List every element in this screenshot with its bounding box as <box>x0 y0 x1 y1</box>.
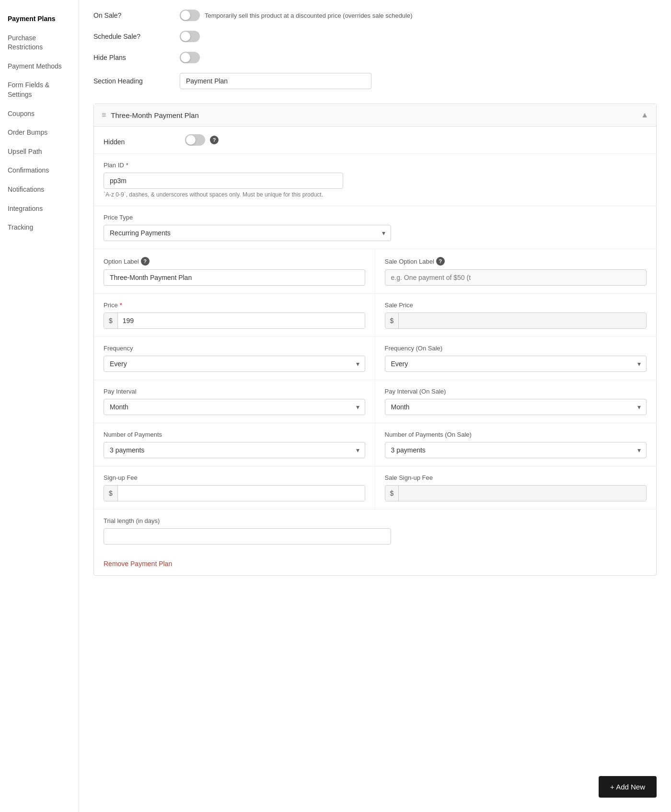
sidebar-item-purchase-restrictions[interactable]: Purchase Restrictions <box>0 29 79 57</box>
sale-option-label-cell: Sale Option Label ? <box>375 249 657 293</box>
main-content: On Sale? Temporarily sell this product a… <box>79 0 671 812</box>
sale-signup-fee-label: Sale Sign-up Fee <box>385 474 647 481</box>
sidebar-item-upsell-path[interactable]: Upsell Path <box>0 142 79 162</box>
option-label-help-icon[interactable]: ? <box>141 257 150 266</box>
sale-signup-fee-input[interactable] <box>399 486 646 501</box>
sale-price-dollar-prefix: $ <box>385 313 399 328</box>
plan-panel-collapse-icon[interactable]: ▲ <box>641 111 648 119</box>
frequency-select[interactable]: Every Every other Every 2 Every 3 <box>104 356 365 372</box>
add-new-button[interactable]: + Add New <box>599 776 657 798</box>
hidden-help-icon[interactable]: ? <box>210 136 219 144</box>
price-type-select[interactable]: Recurring Payments One-Time Payment Free <box>104 225 391 241</box>
price-cell: Price * $ <box>94 294 375 336</box>
section-heading-row: Section Heading <box>93 73 657 89</box>
pay-interval-on-sale-select[interactable]: Day Week Month Year <box>385 399 647 415</box>
sidebar: Payment Plans Purchase Restrictions Paym… <box>0 0 79 812</box>
sidebar-item-payment-plans[interactable]: Payment Plans <box>0 10 79 29</box>
num-payments-on-sale-select-wrapper: 1 payment 2 payments 3 payments 4 paymen… <box>385 442 647 458</box>
sidebar-item-form-fields-settings[interactable]: Form Fields & Settings <box>0 76 79 104</box>
sale-option-label-input[interactable] <box>385 269 647 286</box>
sidebar-item-confirmations[interactable]: Confirmations <box>0 161 79 180</box>
section-heading-label: Section Heading <box>93 77 180 85</box>
drag-handle-icon[interactable]: ≡ <box>102 111 106 119</box>
on-sale-label: On Sale? <box>93 12 180 19</box>
pay-interval-row: Pay Interval Day Week Month Year Pay Int… <box>94 380 656 423</box>
trial-length-input[interactable] <box>104 528 391 545</box>
section-heading-input[interactable] <box>180 73 371 89</box>
frequency-label: Frequency <box>104 345 365 352</box>
frequency-row: Frequency Every Every other Every 2 Ever… <box>94 336 656 380</box>
price-required: * <box>120 302 122 309</box>
plan-id-label: Plan ID * <box>104 162 647 169</box>
num-payments-select[interactable]: 1 payment 2 payments 3 payments 4 paymen… <box>104 442 365 458</box>
num-payments-row: Number of Payments 1 payment 2 payments … <box>94 423 656 466</box>
sidebar-item-integrations[interactable]: Integrations <box>0 199 79 219</box>
pay-interval-select[interactable]: Day Week Month Year <box>104 399 365 415</box>
price-row: Price * $ Sale Price $ <box>94 293 656 336</box>
frequency-on-sale-select-wrapper: Every Every other <box>385 356 647 372</box>
frequency-select-wrapper: Every Every other Every 2 Every 3 <box>104 356 365 372</box>
sale-price-label: Sale Price <box>385 302 647 309</box>
num-payments-on-sale-label: Number of Payments (On Sale) <box>385 431 647 438</box>
schedule-sale-toggle[interactable] <box>180 31 200 42</box>
signup-fee-label: Sign-up Fee <box>104 474 365 481</box>
plan-id-required: * <box>126 162 128 169</box>
frequency-on-sale-label: Frequency (On Sale) <box>385 345 647 352</box>
hidden-row: Hidden ? <box>94 127 656 153</box>
hide-plans-row: Hide Plans <box>93 52 657 63</box>
frequency-on-sale-cell: Frequency (On Sale) Every Every other <box>375 337 657 380</box>
num-payments-cell: Number of Payments 1 payment 2 payments … <box>94 423 375 466</box>
signup-fee-row: Sign-up Fee $ Sale Sign-up Fee $ <box>94 466 656 509</box>
price-type-field: Price Type Recurring Payments One-Time P… <box>94 206 656 249</box>
option-label-label: Option Label ? <box>104 257 365 266</box>
plan-id-input[interactable] <box>104 173 343 189</box>
pay-interval-on-sale-select-wrapper: Day Week Month Year <box>385 399 647 415</box>
trial-length-label: Trial length (in days) <box>104 517 647 524</box>
price-type-label: Price Type <box>104 214 647 221</box>
sale-price-input[interactable] <box>399 313 646 328</box>
sale-signup-fee-dollar-prefix: $ <box>385 486 399 501</box>
remove-payment-plan-link[interactable]: Remove Payment Plan <box>94 552 182 575</box>
sidebar-item-coupons[interactable]: Coupons <box>0 104 79 124</box>
hidden-label: Hidden <box>104 134 180 146</box>
price-input-wrapper: $ <box>104 313 365 329</box>
num-payments-on-sale-select[interactable]: 1 payment 2 payments 3 payments 4 paymen… <box>385 442 647 458</box>
signup-fee-input[interactable] <box>118 486 365 501</box>
plan-panel-header-left: ≡ Three-Month Payment Plan <box>102 111 199 119</box>
on-sale-note: Temporarily sell this product at a disco… <box>205 12 413 19</box>
plan-id-field: Plan ID * `A-z 0-9`, dashes, & underscor… <box>94 153 656 206</box>
pay-interval-on-sale-label: Pay Interval (On Sale) <box>385 388 647 395</box>
on-sale-row: On Sale? Temporarily sell this product a… <box>93 10 657 21</box>
plan-panel-header: ≡ Three-Month Payment Plan ▲ <box>94 104 656 127</box>
pay-interval-label: Pay Interval <box>104 388 365 395</box>
schedule-sale-label: Schedule Sale? <box>93 33 180 40</box>
plan-panel-title: Three-Month Payment Plan <box>111 111 198 119</box>
on-sale-toggle[interactable] <box>180 10 200 21</box>
hide-plans-label: Hide Plans <box>93 54 180 61</box>
pay-interval-on-sale-cell: Pay Interval (On Sale) Day Week Month Ye… <box>375 380 657 423</box>
sidebar-item-payment-methods[interactable]: Payment Methods <box>0 57 79 76</box>
frequency-on-sale-select[interactable]: Every Every other <box>385 356 647 372</box>
hidden-toggle[interactable] <box>185 134 205 146</box>
signup-fee-cell: Sign-up Fee $ <box>94 466 375 509</box>
sale-option-label-help-icon[interactable]: ? <box>436 257 445 266</box>
sale-signup-fee-cell: Sale Sign-up Fee $ <box>375 466 657 509</box>
trial-length-field: Trial length (in days) <box>94 509 656 552</box>
sidebar-item-notifications[interactable]: Notifications <box>0 180 79 199</box>
price-dollar-prefix: $ <box>104 313 118 328</box>
price-input[interactable] <box>118 313 365 328</box>
plan-panel: ≡ Three-Month Payment Plan ▲ Hidden ? Pl… <box>93 104 657 576</box>
num-payments-on-sale-cell: Number of Payments (On Sale) 1 payment 2… <box>375 423 657 466</box>
num-payments-label: Number of Payments <box>104 431 365 438</box>
option-label-cell: Option Label ? <box>94 249 375 293</box>
hide-plans-toggle[interactable] <box>180 52 200 63</box>
sidebar-item-tracking[interactable]: Tracking <box>0 218 79 237</box>
pay-interval-select-wrapper: Day Week Month Year <box>104 399 365 415</box>
option-label-input[interactable] <box>104 269 365 286</box>
sale-signup-fee-input-wrapper: $ <box>385 485 647 501</box>
frequency-cell: Frequency Every Every other Every 2 Ever… <box>94 337 375 380</box>
sale-price-input-wrapper: $ <box>385 313 647 329</box>
price-type-select-wrapper: Recurring Payments One-Time Payment Free <box>104 225 391 241</box>
option-label-row: Option Label ? Sale Option Label ? <box>94 249 656 293</box>
sidebar-item-order-bumps[interactable]: Order Bumps <box>0 123 79 142</box>
